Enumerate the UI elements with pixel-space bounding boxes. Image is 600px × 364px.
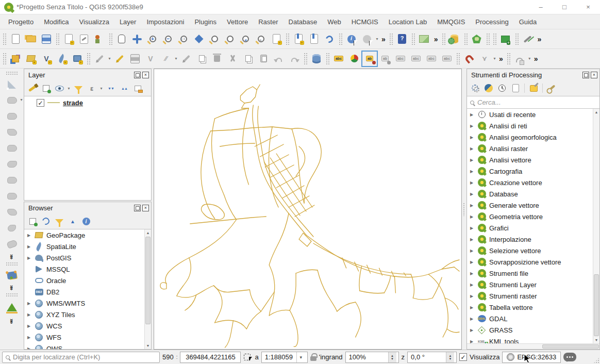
toolbar-grip[interactable] [493, 33, 496, 45]
toolbar-grip[interactable] [56, 33, 59, 45]
delete-part-button[interactable] [4, 204, 20, 220]
processing-group[interactable]: Tabella vettore [467, 302, 593, 313]
resize-grip[interactable] [593, 357, 599, 363]
multiedit-attributes-button[interactable] [179, 52, 193, 66]
layer-name[interactable]: strade [63, 99, 83, 107]
browser-item-xyz[interactable]: XYZ Tiles [24, 309, 144, 320]
processing-group-label[interactable]: GDAL [489, 315, 507, 323]
panel-float-button[interactable] [134, 72, 141, 78]
browser-item-wcs[interactable]: WCS [24, 320, 144, 332]
database-button[interactable] [309, 52, 324, 66]
processing-group-label[interactable]: Analisi di reti [489, 122, 527, 130]
browser-item-label[interactable]: MSSQL [46, 266, 70, 273]
menu-location-lab[interactable]: Location Lab [384, 14, 432, 29]
browser-item-label[interactable]: WFS [46, 334, 61, 341]
dropdown-icon[interactable]: ▾ [296, 352, 305, 362]
new-print-layout-button[interactable] [61, 32, 76, 46]
coordinate-input[interactable]: 369484,4221165 [180, 352, 241, 363]
browser-item-label[interactable]: WCS [46, 322, 62, 330]
snapping-button[interactable] [462, 52, 476, 66]
toolbar-grip[interactable] [339, 33, 342, 45]
attributes-overflow-button[interactable] [379, 35, 388, 43]
toolbar-grip[interactable] [326, 53, 329, 65]
menu-database[interactable]: Database [284, 14, 323, 29]
processing-group[interactable]: Selezione vettore [467, 245, 593, 256]
menu-visualizza[interactable]: Visualizza [74, 14, 114, 29]
processing-group-label[interactable]: Usati di recente [489, 111, 536, 119]
toolbar-grip[interactable] [507, 53, 510, 65]
filter-legend-button[interactable] [72, 82, 85, 94]
toggle-editing-button[interactable] [112, 52, 127, 66]
style-manager-button[interactable] [92, 32, 107, 46]
scale-combobox[interactable]: 1:188059▾ [261, 352, 308, 363]
offset-curve-button[interactable] [4, 236, 20, 252]
show-bookmarks-button[interactable] [307, 32, 321, 46]
extents-toggle-icon[interactable] [243, 353, 252, 361]
scrollbar-thumb[interactable] [594, 274, 599, 336]
menu-web[interactable]: Web [322, 14, 346, 29]
vertex-editor-button[interactable] [4, 267, 20, 283]
open-styling-panel-button[interactable] [26, 82, 39, 94]
pan-to-selection-button[interactable] [130, 32, 144, 46]
rotation-spinbox[interactable]: 0,0 °▲▼ [407, 352, 457, 363]
toolbar-grip[interactable] [411, 33, 415, 45]
browser-item-label[interactable]: GeoPackage [46, 231, 85, 239]
new-project-button[interactable] [8, 32, 23, 46]
tree-expand-icon[interactable] [27, 346, 31, 350]
processing-group[interactable]: Creazione vettore [467, 177, 593, 188]
undo-button[interactable] [272, 52, 286, 66]
processing-group[interactable]: Strumenti file [467, 268, 593, 279]
paste-button[interactable] [256, 52, 271, 66]
menu-layer[interactable]: Layer [114, 14, 142, 29]
browser-item-label[interactable]: Oracle [46, 277, 66, 285]
zoom-to-layer-button[interactable] [223, 32, 237, 46]
processing-group-label[interactable]: Strumenti file [489, 270, 528, 277]
reshape-features-button[interactable] [4, 220, 20, 236]
panel-close-button[interactable]: × [142, 205, 149, 211]
filter-expression-dropdown[interactable] [99, 86, 104, 91]
browser-item-postgis[interactable]: PostGIS [24, 252, 144, 263]
toolbar-grip[interactable] [515, 33, 519, 45]
toolbar-grip[interactable] [286, 33, 289, 45]
browser-refresh-button[interactable] [40, 215, 52, 227]
layer-labeling-button[interactable]: abc [331, 52, 346, 66]
pan-map-button[interactable] [114, 32, 129, 46]
move-feature-button[interactable] [4, 92, 20, 108]
render-checkbox[interactable]: ✓ [459, 353, 467, 361]
browser-item-wms[interactable]: WMS/WMTS [24, 297, 144, 309]
processing-group[interactable]: Cartografia [467, 166, 593, 177]
browser-item-spatialite[interactable]: SpatiaLite [24, 241, 144, 252]
messages-button[interactable] [563, 353, 576, 361]
menu-hcmgis[interactable]: HCMGIS [346, 14, 384, 29]
layer-diagram-button[interactable] [347, 52, 361, 66]
layout-manager-button[interactable] [77, 32, 91, 46]
zoom-in-button[interactable]: + [145, 32, 160, 46]
circular-string-button[interactable] [512, 52, 527, 66]
processing-group-recent[interactable]: Usati di recente [467, 109, 593, 120]
run-feature-action-button[interactable] [360, 32, 374, 46]
add-group-button[interactable] [40, 82, 52, 94]
processing-group-label[interactable]: Analisi raster [489, 145, 528, 153]
python-console-button[interactable] [482, 82, 495, 94]
processing-group[interactable]: Interpolazione [467, 234, 593, 245]
processing-group-label[interactable]: Analisi geomorfologica [489, 134, 557, 141]
toolbar-grip[interactable] [3, 33, 6, 45]
copy-button[interactable] [241, 52, 255, 66]
processing-hscrollbar[interactable] [467, 343, 599, 349]
zoom-out-button[interactable]: − [161, 32, 175, 46]
topology-dropdown[interactable] [492, 56, 497, 61]
move-feature-dropdown[interactable] [19, 97, 24, 102]
processing-group-label[interactable]: KML tools [489, 338, 519, 344]
change-label-button[interactable]: abc [440, 52, 454, 66]
processing-group[interactable]: Strumenti raster [467, 290, 593, 302]
menu-mmqgis[interactable]: MMQGIS [432, 14, 470, 29]
browser-item-geopackage[interactable]: GeoPackage [24, 229, 144, 241]
pin-labels-button[interactable]: ab [362, 52, 377, 66]
processing-group-label[interactable]: Interpolazione [489, 236, 531, 243]
processing-tools-button[interactable] [521, 32, 535, 46]
delete-selected-button[interactable] [210, 52, 224, 66]
toolbar-overflow-down[interactable] [8, 254, 16, 258]
show-hide-labels-button[interactable]: abc [393, 52, 408, 66]
zoom-next-button[interactable]: ▸ [254, 32, 268, 46]
collapse-all-button[interactable]: ▲▲ [118, 82, 130, 94]
